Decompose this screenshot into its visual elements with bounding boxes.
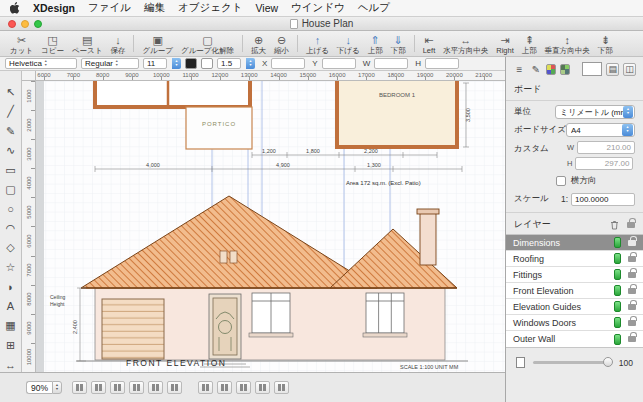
font-style-select[interactable]: Regular▲▼	[81, 58, 139, 69]
visibility-toggle-icon[interactable]	[614, 285, 621, 296]
menu-item-edit[interactable]: 編集	[144, 1, 165, 15]
object-tab-button[interactable]: ◫	[623, 63, 636, 76]
layer-row-dimensions[interactable]: Dimensions	[506, 235, 643, 251]
arc-tool[interactable]: ◠	[2, 221, 20, 235]
distribute-v-center-button[interactable]	[167, 381, 182, 394]
rectangle-tool[interactable]: ▭	[2, 163, 20, 177]
menu-item-object[interactable]: オブジェクト	[178, 1, 242, 15]
text-color-well[interactable]	[185, 58, 197, 69]
layer-row-windows-doors[interactable]: Windows Doors	[506, 315, 643, 331]
lock-icon[interactable]	[628, 304, 636, 310]
opacity-slider[interactable]	[533, 361, 611, 364]
lower-button[interactable]: ↓下げる	[333, 32, 364, 55]
paste-button[interactable]: ▤ペースト	[68, 32, 107, 55]
visibility-toggle-icon[interactable]	[614, 334, 621, 345]
line-tool[interactable]: ╱	[2, 104, 20, 118]
visibility-toggle-icon[interactable]	[614, 269, 621, 280]
stroke-width-stepper[interactable]: ▲▼	[246, 58, 255, 69]
align-v-center-button[interactable]: ↕垂直方向中央	[541, 32, 594, 55]
font-size-stepper[interactable]: ▲▼	[172, 58, 181, 69]
font-size-field[interactable]: 11	[143, 58, 167, 69]
board-tab-button[interactable]: ▤	[606, 63, 619, 76]
scale-field[interactable]: 100.0000	[571, 193, 635, 206]
board-height-field[interactable]: 297.00	[575, 157, 633, 170]
polygon-tool[interactable]: ◇	[2, 241, 20, 255]
lock-icon[interactable]	[628, 320, 636, 326]
w-field[interactable]	[374, 58, 408, 69]
current-color-well[interactable]	[582, 62, 602, 76]
slider-knob[interactable]	[603, 357, 613, 367]
font-family-select[interactable]: Helvetica▲▼	[5, 58, 77, 69]
sliders-icon[interactable]: ≡	[513, 62, 526, 76]
text-tool[interactable]: A	[2, 299, 20, 313]
align-bottom-button[interactable]: ⇟下部	[594, 32, 617, 55]
match-size-button[interactable]	[274, 381, 289, 394]
image-tool[interactable]: ▦	[2, 319, 20, 333]
zoom-in-button[interactable]: ⊕拡大	[247, 32, 270, 55]
lock-icon[interactable]	[628, 256, 636, 262]
stroke-width-field[interactable]: 1.5	[217, 58, 241, 69]
lock-icon[interactable]	[628, 288, 636, 294]
menu-item-help[interactable]: ヘルプ	[358, 1, 390, 15]
distribute-v-space-button[interactable]	[217, 381, 232, 394]
visibility-toggle-icon[interactable]	[614, 253, 621, 264]
landscape-checkbox[interactable]	[556, 176, 566, 186]
layer-row-fittings[interactable]: Fittings	[506, 267, 643, 283]
trash-icon[interactable]	[610, 220, 619, 230]
board-width-field[interactable]: 210.00	[577, 141, 635, 154]
send-to-back-button[interactable]: ⇓下部	[387, 32, 410, 55]
ungroup-button[interactable]: ▢グループ化解除	[177, 32, 238, 55]
drawing-canvas[interactable]: PORTICO BEDROOM 1 1,200 1,800 2,200 4,00…	[36, 81, 505, 372]
select-tool[interactable]: ↖	[2, 85, 20, 99]
h-field[interactable]	[425, 58, 459, 69]
menu-item-window[interactable]: ウインドウ	[291, 1, 345, 15]
distribute-h-space-button[interactable]	[129, 381, 144, 394]
y-field[interactable]	[322, 58, 356, 69]
apple-menu-icon[interactable]	[10, 2, 20, 14]
color-palette-icon[interactable]	[546, 64, 556, 75]
layer-row-elevation-guides[interactable]: Elevation Guides	[506, 299, 643, 315]
x-field[interactable]	[271, 58, 305, 69]
match-height-button[interactable]	[255, 381, 270, 394]
align-top-button[interactable]: ⇞上部	[518, 32, 541, 55]
table-tool[interactable]: ⊞	[2, 338, 20, 352]
rounded-rectangle-tool[interactable]: ▢	[2, 182, 20, 196]
copy-button[interactable]: ◳コピー	[37, 32, 68, 55]
save-button[interactable]: ↓保存	[106, 32, 129, 55]
pencil-icon[interactable]: ✎	[530, 62, 543, 76]
fill-color-well[interactable]	[201, 58, 213, 69]
lock-icon[interactable]	[628, 240, 636, 246]
canvas-drawing[interactable]: PORTICO BEDROOM 1 1,200 1,800 2,200 4,00…	[36, 81, 505, 372]
cut-button[interactable]: ✂カット	[6, 32, 37, 55]
distribute-left-button[interactable]	[72, 381, 87, 394]
layer-row-outer-wall[interactable]: Outer Wall	[506, 331, 643, 347]
align-right-button[interactable]: ⇥Right	[492, 32, 518, 55]
distribute-top-button[interactable]	[148, 381, 163, 394]
group-button[interactable]: ▣グループ	[138, 32, 177, 55]
visibility-toggle-icon[interactable]	[614, 301, 621, 312]
unit-select[interactable]: ミリメートル (mm)▲▼	[555, 105, 635, 119]
star-tool[interactable]: ☆	[2, 260, 20, 274]
match-width-button[interactable]	[236, 381, 251, 394]
menu-item-file[interactable]: ファイル	[88, 1, 131, 15]
menu-item-app[interactable]: XDesign	[33, 2, 75, 14]
lock-icon[interactable]	[628, 272, 636, 278]
align-left-button[interactable]: ⇤Left	[419, 32, 440, 55]
stepper-updown-icon[interactable]: ▲▼	[52, 381, 62, 394]
bring-to-front-button[interactable]: ⇑上部	[364, 32, 387, 55]
swatch-grid-icon[interactable]	[560, 64, 570, 75]
pen-tool[interactable]: ✎	[2, 124, 20, 138]
callout-tool[interactable]: ◗	[2, 280, 20, 294]
layer-row-front-elevation[interactable]: Front Elevation	[506, 283, 643, 299]
visibility-toggle-icon[interactable]	[614, 317, 621, 328]
lock-all-icon[interactable]	[627, 222, 635, 228]
lock-icon[interactable]	[628, 336, 636, 342]
zoom-level-select[interactable]: 90% ▲▼	[26, 381, 62, 394]
raise-button[interactable]: ↑上げる	[302, 32, 333, 55]
board-size-select[interactable]: A4▲▼	[566, 123, 635, 137]
distribute-right-button[interactable]	[110, 381, 125, 394]
distribute-h-center-button[interactable]	[91, 381, 106, 394]
dimension-tool[interactable]: ↔	[2, 358, 20, 372]
zoom-out-button[interactable]: ⊖縮小	[270, 32, 293, 55]
align-h-center-button[interactable]: ↔水平方向中央	[439, 32, 492, 55]
